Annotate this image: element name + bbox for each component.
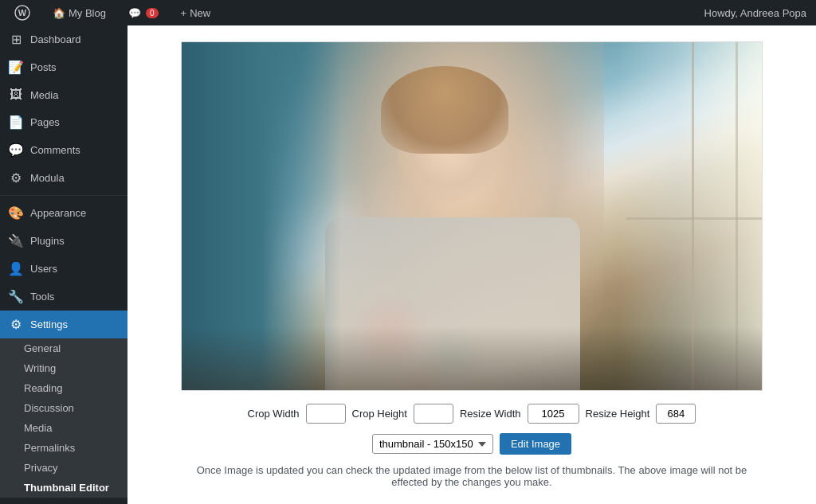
action-controls: thumbnail - 150x150 medium - 300x300 lar… bbox=[372, 433, 571, 455]
sidebar-item-dashboard[interactable]: ⊞ Dashboard bbox=[0, 25, 128, 53]
crop-width-input[interactable] bbox=[306, 404, 346, 424]
sidebar-item-appearance[interactable]: 🎨 Appearance bbox=[0, 199, 128, 227]
tools-icon: 🔧 bbox=[8, 289, 24, 304]
adminbar-left: W 🏠 My Blog 💬 0 + New bbox=[10, 0, 215, 25]
comments-adminbar[interactable]: 💬 0 bbox=[124, 0, 163, 25]
posts-icon: 📝 bbox=[8, 60, 24, 75]
dashboard-icon: ⊞ bbox=[8, 32, 24, 47]
sidebar-item-pages[interactable]: 📄 Pages bbox=[0, 108, 128, 136]
submenu-general[interactable]: General bbox=[0, 338, 128, 358]
resize-width-input[interactable] bbox=[528, 404, 579, 424]
home-icon: 🏠 bbox=[53, 7, 65, 19]
submenu-writing[interactable]: Writing bbox=[0, 358, 128, 378]
wp-logo[interactable]: W bbox=[10, 0, 35, 25]
sidebar-item-modula[interactable]: ⚙ Modula bbox=[0, 164, 128, 192]
settings-icon: ⚙ bbox=[8, 317, 24, 332]
sidebar-item-plugins[interactable]: 🔌 Plugins bbox=[0, 227, 128, 255]
sidebar-item-comments[interactable]: 💬 Comments bbox=[0, 136, 128, 164]
comment-icon: 💬 bbox=[128, 7, 141, 19]
sidebar-item-settings[interactable]: ⚙ Settings bbox=[0, 311, 128, 338]
resize-width-label: Resize Width bbox=[460, 408, 521, 420]
site-name[interactable]: 🏠 My Blog bbox=[48, 0, 111, 25]
sidebar-item-posts[interactable]: 📝 Posts bbox=[0, 53, 128, 81]
users-icon: 👤 bbox=[8, 261, 24, 276]
submenu-discussion[interactable]: Discussion bbox=[0, 398, 128, 418]
media-icon: 🖼 bbox=[8, 88, 24, 102]
menu-separator-1 bbox=[0, 195, 128, 196]
svg-text:W: W bbox=[18, 8, 27, 18]
admin-bar: W 🏠 My Blog 💬 0 + New Howdy, Andreea Pop… bbox=[0, 0, 816, 25]
resize-height-label: Resize Height bbox=[586, 408, 650, 420]
settings-submenu: General Writing Reading Discussion Media… bbox=[0, 338, 128, 498]
main-content: Crop Width Crop Height Resize Width Resi… bbox=[128, 25, 816, 504]
appearance-icon: 🎨 bbox=[8, 205, 24, 221]
image-controls: Crop Width Crop Height Resize Width Resi… bbox=[248, 404, 696, 424]
submenu-thumbnail-editor[interactable]: Thumbnail Editor bbox=[0, 478, 128, 498]
sidebar-item-media[interactable]: 🖼 Media bbox=[0, 81, 128, 108]
adminbar-howdy: Howdy, Andreea Popa bbox=[704, 7, 806, 19]
plugins-icon: 🔌 bbox=[8, 233, 24, 248]
submenu-media[interactable]: Media bbox=[0, 418, 128, 438]
plus-icon: + bbox=[181, 7, 187, 19]
modula-icon: ⚙ bbox=[8, 170, 24, 186]
collapse-menu-button[interactable]: ◀ Collapse menu bbox=[0, 498, 128, 504]
comments-icon: 💬 bbox=[8, 143, 24, 158]
submenu-permalinks[interactable]: Permalinks bbox=[0, 438, 128, 458]
resize-height-input[interactable] bbox=[656, 404, 696, 424]
sidebar: ⊞ Dashboard 📝 Posts 🖼 Media 📄 Pages 💬 Co… bbox=[0, 25, 128, 504]
sidebar-item-users[interactable]: 👤 Users bbox=[0, 255, 128, 283]
pages-icon: 📄 bbox=[8, 115, 24, 130]
thumbnail-image bbox=[181, 41, 763, 391]
thumbnail-size-select[interactable]: thumbnail - 150x150 medium - 300x300 lar… bbox=[372, 434, 493, 454]
info-text: Once Image is updated you can check the … bbox=[181, 464, 763, 488]
submenu-reading[interactable]: Reading bbox=[0, 378, 128, 398]
sidebar-item-tools[interactable]: 🔧 Tools bbox=[0, 283, 128, 311]
crop-height-input[interactable] bbox=[414, 404, 453, 424]
crop-height-label: Crop Height bbox=[352, 408, 407, 420]
submenu-privacy[interactable]: Privacy bbox=[0, 458, 128, 478]
crop-width-label: Crop Width bbox=[248, 408, 300, 420]
new-content[interactable]: + New bbox=[176, 0, 216, 25]
edit-image-button[interactable]: Edit Image bbox=[500, 433, 571, 455]
